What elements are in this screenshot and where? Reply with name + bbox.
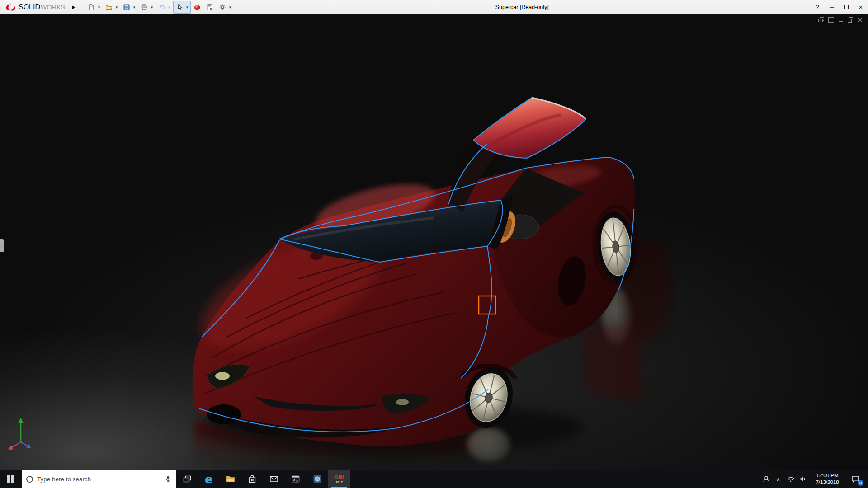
print-tool: ▾	[138, 1, 156, 14]
search-input[interactable]	[37, 476, 160, 483]
save-dropdown[interactable]: ▾	[132, 2, 137, 13]
cube-3d-icon	[312, 474, 323, 484]
solidworks-window: SOLIDWORKS ▶ ▾	[0, 0, 868, 488]
3d-scene[interactable]	[0, 14, 868, 470]
mail-button[interactable]	[263, 470, 285, 488]
undo-tool: ▾	[156, 1, 173, 14]
file-properties-tool	[203, 1, 216, 14]
cortana-ring-icon	[26, 476, 33, 483]
titlebar: SOLIDWORKS ▶ ▾	[0, 0, 868, 14]
microphone-icon[interactable]	[165, 475, 172, 483]
save-tool: ▾	[120, 1, 138, 14]
rebuild-tool	[191, 1, 203, 14]
start-button[interactable]	[0, 470, 22, 488]
hidden-icons-button[interactable]: ∧	[772, 470, 784, 488]
network-tray-button[interactable]	[784, 470, 797, 488]
clock-date: 7/13/2018	[816, 479, 839, 486]
file-properties-icon	[206, 4, 213, 11]
undo-icon	[158, 4, 165, 11]
open-tool: ▾	[103, 1, 120, 14]
open-button[interactable]	[104, 2, 114, 13]
close-button[interactable]: ×	[854, 0, 868, 14]
new-tool: ▾	[85, 1, 103, 14]
doc-restore-button[interactable]	[848, 17, 853, 23]
panel-collapse-tab[interactable]: ‹	[0, 239, 4, 252]
minimize-icon	[838, 17, 844, 23]
undo-button[interactable]	[157, 2, 167, 13]
rebuild-button[interactable]	[192, 2, 202, 13]
help-button[interactable]: ?	[810, 0, 825, 14]
show-desktop-button[interactable]	[865, 470, 868, 488]
cube-3d-app-button[interactable]	[307, 470, 328, 488]
open-dropdown[interactable]: ▾	[114, 2, 119, 13]
undo-dropdown[interactable]: ▾	[167, 2, 172, 13]
file-properties-button[interactable]	[205, 2, 215, 13]
user-tray-button[interactable]	[760, 470, 772, 488]
menu-expand-button[interactable]: ▶	[69, 1, 79, 13]
new-button[interactable]	[86, 2, 96, 13]
brand-solid: SOLID	[19, 3, 40, 11]
user-icon	[761, 474, 771, 484]
minimize-button[interactable]: ─	[825, 0, 839, 14]
task-view-button[interactable]	[176, 470, 198, 488]
taskbar-search	[22, 470, 176, 488]
solidworks-app-button[interactable]: SW 2017	[328, 470, 350, 488]
open-folder-icon	[105, 4, 113, 11]
select-tool: ▾	[173, 1, 191, 14]
left-mirror	[310, 253, 323, 260]
rebuild-icon	[193, 4, 201, 11]
document-window-controls	[818, 17, 863, 23]
maximize-button[interactable]	[839, 0, 854, 14]
doc-close-button[interactable]	[857, 17, 863, 23]
options-dropdown[interactable]: ▾	[227, 2, 232, 13]
print-button[interactable]	[139, 2, 149, 13]
brand-works: WORKS	[41, 4, 65, 11]
task-view-icon	[182, 474, 193, 484]
maximize-icon	[844, 5, 849, 9]
options-button[interactable]	[217, 2, 227, 13]
view-orientation-label: *Dimetric	[6, 460, 32, 467]
taskbar: e	[0, 470, 868, 488]
file-explorer-button[interactable]	[220, 470, 241, 488]
network-icon	[786, 474, 796, 484]
volume-tray-button[interactable]	[797, 470, 809, 488]
notification-center-button[interactable]: 3	[846, 470, 865, 488]
cascade-icon	[818, 17, 824, 23]
orientation-triad	[6, 415, 39, 455]
ds-logo-icon	[5, 3, 16, 11]
cascade-button[interactable]	[818, 17, 824, 23]
clock-time: 12:00 PM	[816, 472, 838, 479]
notification-badge: 3	[858, 480, 863, 486]
select-button[interactable]	[175, 2, 184, 13]
taskbar-clock[interactable]: 12:00 PM 7/13/2018	[809, 470, 846, 488]
windows-start-icon	[7, 475, 15, 483]
solidworks-icon: SW 2017	[334, 474, 344, 484]
document-title: Supercar [Read-only]	[234, 4, 810, 10]
options-tool: ▾	[216, 1, 234, 14]
print-icon	[141, 4, 148, 11]
mail-icon	[269, 474, 279, 484]
tile-icon	[828, 17, 834, 23]
save-icon	[123, 4, 130, 11]
store-button[interactable]	[241, 470, 263, 488]
file-explorer-icon	[225, 474, 236, 484]
tile-button[interactable]	[828, 17, 834, 23]
restore-icon	[848, 17, 853, 23]
solidworks-logo: SOLIDWORKS	[5, 3, 65, 11]
save-button[interactable]	[122, 2, 132, 13]
edge-button[interactable]: e	[198, 470, 220, 488]
console-window-icon	[290, 474, 301, 484]
store-icon	[247, 474, 258, 484]
graphics-area[interactable]: ‹ *Dimetric	[0, 14, 868, 470]
car-model[interactable]	[186, 98, 638, 446]
console-window-button[interactable]	[285, 470, 307, 488]
system-tray: ∧ 12:00 PM 7/13/2018	[760, 470, 868, 488]
volume-icon	[798, 474, 808, 484]
print-dropdown[interactable]: ▾	[149, 2, 154, 13]
select-cursor-icon	[176, 4, 183, 11]
doc-minimize-button[interactable]	[838, 17, 844, 23]
window-buttons: ? ─ ×	[810, 0, 868, 14]
select-dropdown[interactable]: ▾	[184, 2, 189, 13]
new-dropdown[interactable]: ▾	[96, 2, 101, 13]
new-document-icon	[88, 4, 95, 11]
